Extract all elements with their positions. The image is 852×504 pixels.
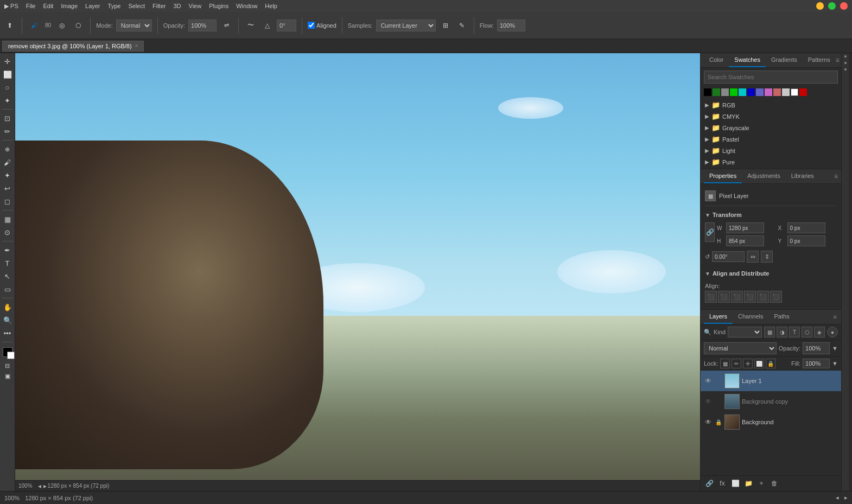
menu-edit[interactable]: Edit [43, 3, 53, 9]
align-section-header[interactable]: ▼ Align and Distribute [705, 268, 837, 279]
sample-settings-btn[interactable]: ⊞ [439, 19, 452, 32]
new-layer-btn[interactable]: + [756, 478, 767, 489]
color-tab[interactable]: Color [704, 53, 729, 67]
swatch-green[interactable] [730, 88, 737, 96]
move-tool-btn[interactable]: ⬆ [3, 19, 16, 32]
marquee-tool[interactable]: ⬜ [2, 68, 14, 80]
swatch-group-grayscale[interactable]: ▶ 📁 Grayscale [701, 122, 841, 133]
swatch-group-pure[interactable]: ▶ 📁 Pure [701, 156, 841, 168]
channels-tab[interactable]: Channels [733, 310, 768, 324]
menu-view[interactable]: View [189, 3, 202, 9]
dodge-tool[interactable]: ⊙ [2, 226, 14, 238]
canvas-nav-prev[interactable]: ◂ [38, 482, 41, 490]
layers-tab[interactable]: Layers [704, 310, 733, 324]
props-menu-btn[interactable]: ≡ [834, 173, 838, 180]
paths-tab[interactable]: Paths [769, 310, 795, 324]
lock-all-btn[interactable]: 🔒 [766, 359, 775, 368]
menu-filter[interactable]: Filter [152, 3, 166, 9]
menu-file[interactable]: File [26, 3, 36, 9]
sample-dropdown[interactable]: Current Layer [376, 20, 436, 31]
swatch-group-cmyk[interactable]: ▶ 📁 CMYK [701, 111, 841, 122]
filter-adjust-btn[interactable]: ◑ [777, 327, 787, 337]
filter-pixel-btn[interactable]: ▦ [764, 327, 775, 337]
layer-item-bg[interactable]: 👁 🔒 Background [701, 412, 841, 432]
opacity-dropdown-btn[interactable]: ▼ [832, 345, 838, 352]
bg-copy-visibility[interactable]: 👁 [704, 397, 713, 406]
swatch-white[interactable] [791, 88, 798, 96]
menu-3d[interactable]: 3D [173, 3, 181, 9]
swatch-purple[interactable] [765, 88, 772, 96]
align-center-h-btn[interactable]: ⬛ [718, 291, 730, 303]
swatch-mid-blue[interactable] [756, 88, 764, 96]
tab-close-btn[interactable]: × [135, 43, 138, 49]
smoothing-btn[interactable]: 〜 [244, 19, 257, 32]
x-input[interactable] [787, 222, 825, 233]
gradient-tool[interactable]: ▦ [2, 213, 14, 225]
background-color[interactable] [7, 352, 15, 359]
swatch-black[interactable] [704, 88, 711, 96]
swatch-blue[interactable] [747, 88, 755, 96]
foreground-color[interactable] [3, 347, 12, 357]
swatch-group-rgb[interactable]: ▶ 📁 RGB [701, 99, 841, 111]
swatch-pink[interactable] [773, 88, 781, 96]
maximize-button[interactable] [828, 2, 836, 10]
filter-shape-btn[interactable]: ⬡ [802, 327, 812, 337]
crop-tool[interactable]: ⊡ [2, 112, 14, 124]
align-center-v-btn[interactable]: ⬛ [757, 291, 769, 303]
filter-toggle-btn[interactable]: ● [827, 327, 838, 337]
layer-item-1[interactable]: 👁 Layer 1 [701, 371, 841, 391]
hand-tool[interactable]: ✋ [2, 301, 14, 313]
lock-artboard-btn[interactable]: ⬜ [754, 359, 764, 368]
align-left-btn[interactable]: ⬛ [705, 291, 717, 303]
opacity-input[interactable] [188, 20, 217, 31]
filter-smart-btn[interactable]: ◈ [814, 327, 825, 337]
flip-h-btn[interactable]: ⇔ [747, 251, 759, 263]
properties-tab[interactable]: Properties [704, 169, 742, 183]
status-nav-prev[interactable]: ◂ [836, 494, 839, 501]
y-input[interactable] [787, 235, 825, 246]
zoom-tool[interactable]: 🔍 [2, 314, 14, 326]
healing-btn[interactable]: ✎ [455, 19, 468, 32]
swatch-group-light[interactable]: ▶ 📁 Light [701, 145, 841, 156]
lasso-tool[interactable]: ○ [2, 81, 14, 93]
delete-layer-btn[interactable]: 🗑 [769, 478, 780, 489]
menu-ps[interactable]: ▶ PS [4, 3, 18, 10]
align-top-btn[interactable]: ⬛ [744, 291, 756, 303]
lock-position-btn[interactable]: ✛ [743, 359, 753, 368]
brush-settings-btn[interactable]: ◎ [55, 19, 68, 32]
angle-input[interactable] [277, 20, 296, 31]
libraries-tab[interactable]: Libraries [786, 169, 819, 183]
angle-btn[interactable]: △ [260, 19, 274, 32]
align-bottom-btn[interactable]: ⬛ [770, 291, 782, 303]
add-fx-btn[interactable]: fx [717, 478, 728, 489]
transform-lock-btn[interactable]: 🔗 [705, 222, 715, 242]
eraser-tool[interactable]: ◻ [2, 195, 14, 207]
transform-section-header[interactable]: ▼ Transform [705, 209, 837, 220]
swatches-menu-btn[interactable]: ≡ [836, 56, 840, 64]
brush-tool-btn[interactable]: 🖌 [28, 19, 41, 32]
canvas-area[interactable]: 100% ◂ ▸ 1280 px × 854 px (72 ppi) [15, 53, 700, 491]
brush-preset-btn[interactable]: ⬡ [72, 19, 85, 32]
status-nav-next[interactable]: ▸ [844, 494, 848, 501]
swatch-dark-green[interactable] [713, 88, 720, 96]
height-input[interactable] [726, 235, 764, 246]
lock-transparent-btn[interactable]: ▦ [720, 359, 730, 368]
stamp-tool[interactable]: ✦ [2, 169, 14, 181]
flow-input[interactable] [497, 20, 525, 31]
patterns-tab[interactable]: Patterns [803, 53, 836, 67]
fill-input[interactable] [803, 359, 830, 368]
search-swatches-input[interactable] [704, 71, 838, 84]
opacity-input-layers[interactable] [803, 342, 830, 354]
close-button[interactable] [840, 2, 848, 10]
mode-dropdown[interactable]: Normal [116, 20, 152, 31]
path-select-tool[interactable]: ↖ [2, 270, 14, 282]
add-link-btn[interactable]: 🔗 [704, 478, 715, 489]
swatch-cyan[interactable] [739, 88, 746, 96]
menu-image[interactable]: Image [61, 3, 78, 9]
layer-1-visibility[interactable]: 👁 [704, 377, 713, 385]
menu-help[interactable]: Help [265, 3, 277, 9]
eyedropper-tool[interactable]: ✏ [2, 125, 14, 137]
bg-visibility[interactable]: 👁 [704, 418, 713, 426]
history-brush-tool[interactable]: ↩ [2, 182, 14, 194]
minimize-button[interactable] [816, 2, 824, 10]
